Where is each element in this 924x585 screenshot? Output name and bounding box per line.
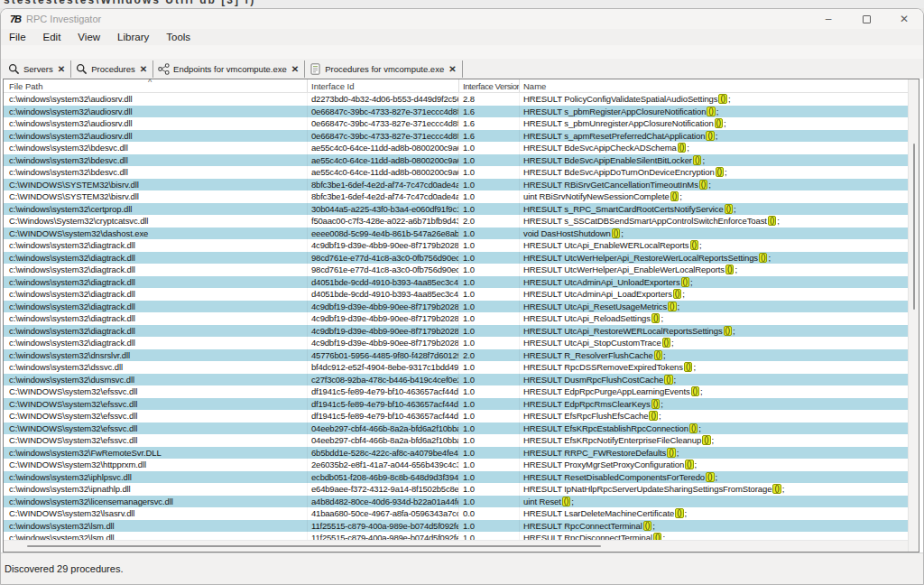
table-row[interactable]: c:\windows\system32\diagtrack.dll 4c9dbf… bbox=[4, 325, 908, 338]
table-row[interactable]: c:\windows\system32\diagtrack.dll 4c9dbf… bbox=[4, 239, 908, 252]
table-row[interactable]: c:\windows\system32\bdesvc.dll ae55c4c0-… bbox=[4, 142, 908, 154]
table-row[interactable]: c:\windows\system32\diagtrack.dll 98cd76… bbox=[4, 264, 908, 276]
tab-close-icon[interactable]: ✕ bbox=[140, 64, 147, 74]
menu-library[interactable]: Library bbox=[111, 32, 155, 42]
table-row[interactable]: c:\windows\system32\diagtrack.dll 4c9dbf… bbox=[4, 312, 908, 325]
tab-close-icon[interactable]: ✕ bbox=[448, 64, 456, 74]
parens-highlight: () bbox=[685, 460, 693, 469]
menu-tools[interactable]: Tools bbox=[160, 32, 197, 42]
cell-interface-version: 2.0 bbox=[459, 349, 520, 362]
cell-interface-version: 1.0 bbox=[459, 142, 520, 154]
table-row[interactable]: c:\windows\system32\dnsrslvr.dll 45776b0… bbox=[4, 349, 908, 362]
cell-procedure-name: HRESULT RpcConnectTerminal(); bbox=[520, 520, 908, 533]
tab-procedures-vmcompute[interactable]: Procedures for vmcompute.exe ✕ bbox=[305, 60, 462, 78]
table-row[interactable]: c:\windows\system32\diagtrack.dll 98cd76… bbox=[4, 252, 908, 265]
cell-file-path: C:\WINDOWS\system32\efssvc.dll bbox=[4, 410, 308, 422]
menu-view[interactable]: View bbox=[71, 32, 106, 42]
column-header-file-path[interactable]: File Path bbox=[4, 79, 308, 92]
table-row[interactable]: C:\WINDOWS\system32\efssvc.dll 04eeb297-… bbox=[4, 422, 908, 435]
table-row[interactable]: C:\Windows\System32\cryptcatsvc.dll f50a… bbox=[4, 215, 908, 228]
parens-highlight: () bbox=[725, 204, 733, 214]
table-row[interactable]: C:\WINDOWS\SYSTEM32\bisrv.dll 8bfc3be1-6… bbox=[4, 179, 908, 191]
cell-interface-id: e64b9aee-f372-4312-9a14-8f1502b5c8e3 bbox=[308, 483, 459, 496]
table-row[interactable]: c:\windows\system32\audiosrv.dll 0e66847… bbox=[4, 117, 908, 130]
cell-interface-version: 1.0 bbox=[459, 385, 520, 398]
table-row[interactable]: c:\windows\system32\bdesvc.dll ae55c4c0-… bbox=[4, 154, 908, 167]
table-row[interactable]: c:\windows\system32\certprop.dll 30b044a… bbox=[4, 203, 908, 216]
table-row[interactable]: c:\windows\system32\diagtrack.dll 4c9dbf… bbox=[4, 301, 908, 313]
table-row[interactable]: c:\windows\system32\audiosrv.dll 0e66847… bbox=[4, 106, 908, 118]
column-header-interface-version[interactable]: Interface Version bbox=[459, 79, 520, 92]
cell-interface-id: ae55c4c0-64ce-11dd-ad8b-0800200c9a66 bbox=[308, 142, 459, 154]
cell-interface-version: 1.0 bbox=[459, 276, 520, 289]
table-row[interactable]: C:\WINDOWS\system32\efssvc.dll df1941c5-… bbox=[4, 398, 908, 411]
tab-close-icon[interactable]: ✕ bbox=[291, 64, 299, 74]
vertical-scrollbar[interactable] bbox=[908, 79, 919, 552]
cell-interface-id: 6b5bdd1e-528c-422c-af8c-a4079be4fe48 bbox=[308, 447, 459, 460]
cell-interface-id: ecbdb051-f208-46b9-8c8b-648d9d3f3944 bbox=[308, 471, 459, 484]
table-row[interactable]: C:\WINDOWS\system32\efssvc.dll df1941c5-… bbox=[4, 385, 908, 398]
cell-interface-id: 0e66847c-39bc-4733-827e-371eccc4d8f5 bbox=[308, 106, 459, 118]
cell-procedure-name: HRESULT s_RPC_SmartCardRootCertsNotifySe… bbox=[520, 203, 908, 216]
table-row[interactable]: c:\windows\system32\audiosrv.dll d2273bd… bbox=[4, 93, 908, 106]
parens-highlight: () bbox=[707, 107, 715, 116]
vertical-scrollbar-thumb[interactable] bbox=[913, 144, 915, 310]
horizontal-scrollbar[interactable] bbox=[4, 540, 908, 552]
cell-file-path: c:\windows\system32\certprop.dll bbox=[4, 203, 308, 216]
search-icon bbox=[76, 63, 88, 75]
table-row[interactable]: C:\WINDOWS\system32\lsasrv.dll 41baa680-… bbox=[4, 507, 908, 520]
cell-file-path: C:\WINDOWS\SYSTEM32\bisrv.dll bbox=[4, 190, 308, 203]
menu-file[interactable]: File bbox=[3, 32, 32, 42]
cell-interface-version: 1.0 bbox=[459, 374, 520, 386]
parens-highlight: () bbox=[664, 375, 672, 385]
tab-close-icon[interactable]: ✕ bbox=[58, 64, 65, 74]
menu-edit[interactable]: Edit bbox=[37, 32, 68, 42]
cell-interface-version: 1.0 bbox=[459, 337, 520, 349]
table-row[interactable]: c:\windows\system32\diagtrack.dll d4051b… bbox=[4, 288, 908, 301]
table-row[interactable]: c:\windows\system32\dusmsvc.dll c27f3c08… bbox=[4, 374, 908, 386]
column-header-name[interactable]: Name bbox=[520, 79, 908, 92]
table-row[interactable]: C:\WINDOWS\system32\dashost.exe eeee008d… bbox=[4, 228, 908, 240]
table-row[interactable]: c:\windows\system32\lsm.dll 11f25515-c87… bbox=[4, 532, 908, 540]
table-row[interactable]: c:\windows\system32\lsm.dll 11f25515-c87… bbox=[4, 520, 908, 533]
table-row[interactable]: c:\windows\system32\ipnathlp.dll e64b9ae… bbox=[4, 483, 908, 496]
table-row[interactable]: C:\WINDOWS\system32\efssvc.dll df1941c5-… bbox=[4, 410, 908, 422]
table-row[interactable]: C:\WINDOWS\SYSTEM32\bisrv.dll 8bfc3be1-6… bbox=[4, 190, 908, 203]
parens-highlight: () bbox=[562, 497, 570, 506]
tab-label: Servers bbox=[23, 64, 53, 74]
table-row[interactable]: c:\windows\system32\FwRemoteSvr.DLL 6b5b… bbox=[4, 447, 908, 460]
tab-endpoints-vmcompute[interactable]: Endpoints for vmcompute.exe ✕ bbox=[153, 60, 305, 78]
horizontal-scrollbar-thumb[interactable] bbox=[27, 545, 601, 547]
tab-procedures[interactable]: Procedures ✕ bbox=[71, 60, 153, 78]
tab-servers[interactable]: Servers ✕ bbox=[4, 60, 71, 78]
cell-procedure-name: HRESULT UtcApi_EnableWERLocalReports(); bbox=[520, 239, 908, 252]
table-row[interactable]: c:\windows\system32\licensemanagersvc.dl… bbox=[4, 496, 908, 508]
cell-interface-id: ae55c4c0-64ce-11dd-ad8b-0800200c9a66 bbox=[308, 166, 459, 179]
maximize-button[interactable] bbox=[847, 9, 885, 29]
cell-interface-id: c27f3c08-92ba-478c-b446-b419c4cef0e2 bbox=[308, 374, 459, 386]
table-row[interactable]: c:\windows\system32\dssvc.dll bf4dc912-e… bbox=[4, 361, 908, 374]
table-row[interactable]: c:\windows\system32\iphlpsvc.dll ecbdb05… bbox=[4, 471, 908, 484]
cell-file-path: C:\WINDOWS\system32\dashost.exe bbox=[4, 228, 308, 240]
cell-interface-id: df1941c5-fe89-4e79-bf10-463657acf44d bbox=[308, 385, 459, 398]
cell-file-path: c:\windows\system32\licensemanagersvc.dl… bbox=[4, 496, 308, 508]
parens-highlight: () bbox=[612, 228, 620, 238]
table-row[interactable]: c:\windows\system32\bdesvc.dll ae55c4c0-… bbox=[4, 166, 908, 179]
toolstrip-spacer bbox=[1, 45, 923, 59]
cell-interface-id: df1941c5-fe89-4e79-bf10-463657acf44d bbox=[308, 410, 459, 422]
parens-highlight: () bbox=[662, 338, 670, 348]
cell-interface-id: f50aac00-c7f3-428e-a022-a6b71bfb9d43 bbox=[308, 215, 459, 228]
table-row[interactable]: c:\windows\system32\diagtrack.dll d4051b… bbox=[4, 276, 908, 289]
column-header-interface-id[interactable]: Interface Id bbox=[308, 79, 459, 92]
table-row[interactable]: C:\WINDOWS\system32\httpprxm.dll 2e6035b… bbox=[4, 459, 908, 471]
close-button[interactable]: ✕ bbox=[885, 9, 923, 29]
table-row[interactable]: C:\WINDOWS\system32\efssvc.dll 04eeb297-… bbox=[4, 434, 908, 447]
status-bar: Discovered 29 procedures. bbox=[1, 552, 923, 584]
cell-interface-version: 1.0 bbox=[459, 520, 520, 533]
cell-interface-version: 1.0 bbox=[459, 361, 520, 374]
table-row[interactable]: c:\windows\system32\audiosrv.dll 0e66847… bbox=[4, 130, 908, 143]
cell-interface-id: 4c9dbf19-d39e-4bb9-90ee-8f7179b20283 bbox=[308, 312, 459, 325]
parens-highlight: () bbox=[725, 265, 734, 274]
minimize-button[interactable]: – bbox=[809, 9, 847, 29]
table-row[interactable]: c:\windows\system32\diagtrack.dll 4c9dbf… bbox=[4, 337, 908, 349]
